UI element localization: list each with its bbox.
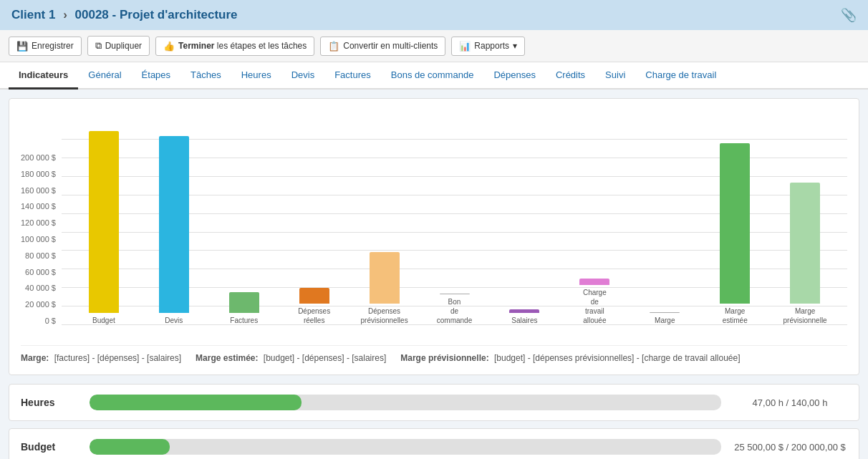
y-axis: 0 $20 000 $40 000 $60 000 $80 000 $100 0… — [21, 153, 56, 339]
bar-group: Dépenses réelles — [279, 288, 349, 325]
enregistrer-button[interactable]: 💾 Enregistrer — [9, 37, 82, 56]
rapports-label: Rapports — [474, 41, 509, 51]
header-bar: Client 1 › 00028 - Projet d'architecture… — [0, 0, 868, 30]
bar-group: Dépenses prévisionnelles — [349, 252, 420, 325]
bar-budget — [89, 131, 119, 313]
chart-panel: 0 $20 000 $40 000 $60 000 $80 000 $100 0… — [9, 98, 859, 375]
bar-label: Marge — [655, 316, 675, 325]
y-label: 160 000 $ — [21, 186, 56, 195]
main-content: 0 $20 000 $40 000 $60 000 $80 000 $100 0… — [0, 90, 868, 459]
bar-group: Marge estimée — [700, 143, 770, 325]
tab-crédits[interactable]: Crédits — [546, 62, 595, 90]
breadcrumb: Client 1 › 00028 - Projet d'architecture — [11, 8, 238, 22]
tab-suivi[interactable]: Suivi — [595, 62, 635, 90]
tab-charge-de-travail[interactable]: Charge de travail — [635, 62, 726, 90]
bar-group: Marge — [630, 312, 700, 325]
toolbar: 💾 Enregistrer ⧉ Dupliquer 👍 Terminer les… — [0, 30, 868, 62]
tab-tâches[interactable]: Tâches — [180, 62, 231, 90]
bar-label: Marge estimée — [723, 306, 748, 325]
y-label: 140 000 $ — [21, 202, 56, 211]
copy-icon: ⧉ — [95, 40, 102, 52]
heures-progress-fill — [90, 395, 302, 410]
bar-factures — [229, 292, 259, 313]
breadcrumb-project: 00028 - Projet d'architecture — [75, 8, 238, 21]
bar-label: Bon de commande — [437, 297, 472, 325]
bar-group: Bon de commande — [420, 294, 490, 325]
heures-progress-container — [90, 395, 721, 410]
y-label: 100 000 $ — [21, 235, 56, 243]
chart-area: 0 $20 000 $40 000 $60 000 $80 000 $100 0… — [21, 110, 847, 339]
terminer-button[interactable]: 👍 Terminer les étapes et les tâches — [155, 37, 314, 56]
budget-section: Budget 25 500,00 $ / 200 000,00 $ — [9, 428, 859, 459]
tab-étapes[interactable]: Étapes — [132, 62, 180, 90]
tab-général[interactable]: Général — [78, 62, 131, 90]
y-label: 20 000 $ — [21, 300, 56, 309]
bar-devis — [159, 136, 189, 313]
bar-marge-estimée — [720, 143, 750, 304]
bar-label: Dépenses prévisionnelles — [361, 306, 408, 325]
bar-group: Devis — [139, 136, 209, 325]
bar-group: Factures — [209, 292, 279, 325]
y-label: 180 000 $ — [21, 170, 56, 178]
bar-label: Marge prévisionnelle — [783, 306, 827, 325]
terminer-text: Terminer les étapes et les tâches — [178, 41, 307, 51]
chart-icon: 📊 — [459, 41, 471, 52]
bar-label: Budget — [92, 316, 115, 325]
y-label: 60 000 $ — [21, 268, 56, 276]
bars-container: BudgetDevisFacturesDépenses réellesDépen… — [62, 139, 847, 325]
rapports-button[interactable]: 📊 Rapports ▾ — [451, 37, 525, 56]
marge-estimee-formula: Marge estimée: [budget] - [dépenses] - [… — [196, 353, 386, 363]
heures-label: Heures — [21, 397, 78, 408]
budget-progress-fill — [90, 439, 170, 455]
dupliquer-button[interactable]: ⧉ Dupliquer — [87, 36, 150, 56]
tab-devis[interactable]: Devis — [281, 62, 325, 90]
tab-factures[interactable]: Factures — [324, 62, 381, 90]
heures-section: Heures 47,00 h / 140,00 h — [9, 384, 859, 421]
tab-bons-de-commande[interactable]: Bons de commande — [381, 62, 484, 90]
bar-dépenses-prévisionnelles — [370, 252, 400, 304]
y-label: 40 000 $ — [21, 284, 56, 292]
bar-group: Budget — [69, 131, 139, 325]
y-label: 120 000 $ — [21, 218, 56, 227]
bar-charge-de-travail-allouée — [579, 279, 609, 285]
budget-label: Budget — [21, 441, 78, 453]
bar-group: Marge prévisionnelle — [770, 183, 840, 325]
clip-icon: 📎 — [841, 7, 857, 23]
bar-label: Factures — [230, 316, 258, 325]
y-label: 200 000 $ — [21, 153, 56, 162]
marge-prev-formula: Marge prévisionnelle: [budget] - [dépens… — [400, 353, 740, 363]
marge-formula: Marge: [factures] - [dépenses] - [salair… — [21, 353, 181, 363]
bar-group: Charge de travail allouée — [559, 279, 630, 325]
bar-label: Charge de travail allouée — [583, 288, 607, 325]
tab-indicateurs[interactable]: Indicateurs — [9, 62, 78, 90]
formula-bar: Marge: [factures] - [dépenses] - [salair… — [21, 345, 847, 363]
bar-marge — [650, 312, 680, 313]
breadcrumb-client: Client 1 — [11, 8, 55, 21]
budget-progress-container — [90, 439, 721, 455]
budget-value: 25 500,00 $ / 200 000,00 $ — [733, 442, 847, 453]
dupliquer-label: Dupliquer — [105, 41, 142, 51]
bar-salaires — [509, 309, 539, 313]
bar-label: Dépenses réelles — [298, 306, 330, 325]
dropdown-arrow-icon: ▾ — [513, 41, 517, 51]
save-icon: 💾 — [16, 41, 28, 52]
chart-body: BudgetDevisFacturesDépenses réellesDépen… — [62, 139, 847, 339]
bar-bon-de-commande — [440, 294, 470, 294]
convertir-button[interactable]: 📋 Convertir en multi-clients — [320, 37, 445, 56]
convertir-label: Convertir en multi-clients — [343, 41, 438, 51]
check-icon: 👍 — [163, 41, 175, 52]
y-label: 0 $ — [21, 317, 56, 325]
heures-value: 47,00 h / 140,00 h — [733, 397, 847, 408]
tab-dépenses[interactable]: Dépenses — [483, 62, 546, 90]
bar-marge-prévisionnelle — [790, 183, 820, 304]
convert-icon: 📋 — [328, 41, 339, 52]
bar-label: Devis — [165, 316, 183, 325]
tabs-bar: IndicateursGénéralÉtapesTâchesHeuresDevi… — [0, 62, 868, 90]
enregistrer-label: Enregistrer — [32, 41, 74, 51]
bar-label: Salaires — [511, 316, 537, 325]
tab-heures[interactable]: Heures — [231, 62, 281, 90]
y-label: 80 000 $ — [21, 251, 56, 260]
bar-dépenses-réelles — [299, 288, 329, 304]
breadcrumb-separator: › — [63, 8, 67, 21]
bar-group: Salaires — [489, 309, 559, 325]
